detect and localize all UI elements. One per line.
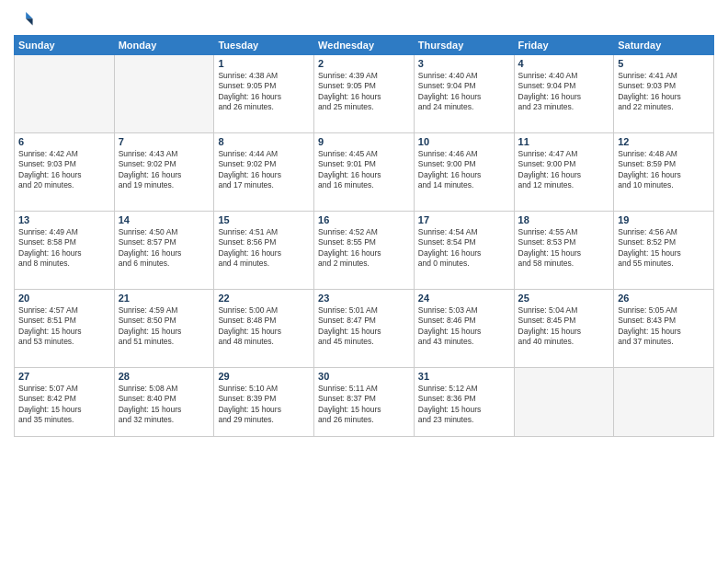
day-number: 20: [18, 293, 110, 304]
day-info: Sunrise: 4:47 AM Sunset: 9:00 PM Dayligh…: [518, 149, 610, 191]
calendar-cell: 16Sunrise: 4:52 AM Sunset: 8:55 PM Dayli…: [314, 212, 415, 290]
day-number: 14: [119, 214, 210, 225]
day-info: Sunrise: 5:08 AM Sunset: 8:40 PM Dayligh…: [119, 384, 210, 426]
calendar-cell: [114, 55, 214, 133]
day-number: 7: [119, 136, 210, 147]
calendar-header: SundayMondayTuesdayWednesdayThursdayFrid…: [15, 36, 714, 55]
day-number: 28: [119, 371, 210, 382]
calendar-cell: 6Sunrise: 4:42 AM Sunset: 9:03 PM Daylig…: [15, 133, 115, 212]
day-number: 22: [218, 293, 310, 304]
logo: [14, 9, 38, 29]
day-info: Sunrise: 5:05 AM Sunset: 8:43 PM Dayligh…: [618, 305, 710, 348]
day-info: Sunrise: 5:01 AM Sunset: 8:47 PM Dayligh…: [318, 305, 410, 348]
calendar-cell: 26Sunrise: 5:05 AM Sunset: 8:43 PM Dayli…: [614, 290, 714, 368]
day-number: 31: [418, 371, 510, 382]
day-info: Sunrise: 4:40 AM Sunset: 9:04 PM Dayligh…: [518, 71, 610, 113]
calendar-cell: 2Sunrise: 4:39 AM Sunset: 9:05 PM Daylig…: [314, 55, 415, 133]
svg-marker-0: [26, 12, 32, 18]
day-info: Sunrise: 4:59 AM Sunset: 8:50 PM Dayligh…: [119, 305, 210, 348]
calendar-cell: 13Sunrise: 4:49 AM Sunset: 8:58 PM Dayli…: [15, 212, 115, 290]
calendar-cell: 25Sunrise: 5:04 AM Sunset: 8:45 PM Dayli…: [514, 290, 614, 368]
calendar-cell: 12Sunrise: 4:48 AM Sunset: 8:59 PM Dayli…: [614, 133, 714, 212]
day-info: Sunrise: 4:51 AM Sunset: 8:56 PM Dayligh…: [218, 227, 310, 270]
calendar-cell: 7Sunrise: 4:43 AM Sunset: 9:02 PM Daylig…: [114, 133, 214, 212]
calendar-cell: 24Sunrise: 5:03 AM Sunset: 8:46 PM Dayli…: [414, 290, 514, 368]
calendar-week: 6Sunrise: 4:42 AM Sunset: 9:03 PM Daylig…: [15, 133, 714, 212]
calendar: SundayMondayTuesdayWednesdayThursdayFrid…: [14, 35, 714, 437]
day-number: 27: [18, 371, 110, 382]
day-info: Sunrise: 4:50 AM Sunset: 8:57 PM Dayligh…: [119, 227, 210, 270]
calendar-cell: 18Sunrise: 4:55 AM Sunset: 8:53 PM Dayli…: [514, 212, 614, 290]
day-number: 23: [318, 293, 410, 304]
day-info: Sunrise: 4:55 AM Sunset: 8:53 PM Dayligh…: [518, 227, 610, 270]
day-info: Sunrise: 5:10 AM Sunset: 8:39 PM Dayligh…: [218, 384, 310, 426]
day-number: 12: [618, 136, 710, 147]
weekday-header: Wednesday: [314, 36, 415, 55]
calendar-cell: 22Sunrise: 5:00 AM Sunset: 8:48 PM Dayli…: [214, 290, 314, 368]
day-info: Sunrise: 4:40 AM Sunset: 9:04 PM Dayligh…: [418, 71, 510, 113]
calendar-cell: 8Sunrise: 4:44 AM Sunset: 9:02 PM Daylig…: [214, 133, 314, 212]
weekday-row: SundayMondayTuesdayWednesdayThursdayFrid…: [15, 36, 714, 55]
day-number: 9: [318, 136, 410, 147]
day-number: 6: [18, 136, 110, 147]
calendar-cell: [15, 55, 115, 133]
day-info: Sunrise: 5:00 AM Sunset: 8:48 PM Dayligh…: [218, 305, 310, 348]
day-number: 11: [518, 136, 610, 147]
day-number: 3: [418, 58, 510, 69]
calendar-week: 20Sunrise: 4:57 AM Sunset: 8:51 PM Dayli…: [15, 290, 714, 368]
day-info: Sunrise: 4:38 AM Sunset: 9:05 PM Dayligh…: [218, 71, 310, 113]
calendar-cell: [514, 368, 614, 437]
day-number: 29: [218, 371, 310, 382]
day-number: 2: [318, 58, 410, 69]
calendar-cell: 14Sunrise: 4:50 AM Sunset: 8:57 PM Dayli…: [114, 212, 214, 290]
day-info: Sunrise: 4:39 AM Sunset: 9:05 PM Dayligh…: [318, 71, 410, 113]
day-number: 24: [418, 293, 510, 304]
day-number: 21: [119, 293, 210, 304]
weekday-header: Thursday: [414, 36, 514, 55]
day-info: Sunrise: 4:54 AM Sunset: 8:54 PM Dayligh…: [418, 227, 510, 270]
day-number: 30: [318, 371, 410, 382]
calendar-cell: 4Sunrise: 4:40 AM Sunset: 9:04 PM Daylig…: [514, 55, 614, 133]
day-number: 8: [218, 136, 310, 147]
day-number: 1: [218, 58, 310, 69]
day-info: Sunrise: 4:42 AM Sunset: 9:03 PM Dayligh…: [18, 149, 110, 191]
weekday-header: Friday: [514, 36, 614, 55]
weekday-header: Sunday: [15, 36, 115, 55]
day-info: Sunrise: 4:52 AM Sunset: 8:55 PM Dayligh…: [318, 227, 410, 270]
weekday-header: Monday: [114, 36, 214, 55]
day-number: 5: [618, 58, 710, 69]
calendar-week: 1Sunrise: 4:38 AM Sunset: 9:05 PM Daylig…: [15, 55, 714, 133]
calendar-cell: 27Sunrise: 5:07 AM Sunset: 8:42 PM Dayli…: [15, 368, 115, 437]
day-info: Sunrise: 4:56 AM Sunset: 8:52 PM Dayligh…: [618, 227, 710, 270]
day-info: Sunrise: 4:48 AM Sunset: 8:59 PM Dayligh…: [618, 149, 710, 191]
calendar-cell: 19Sunrise: 4:56 AM Sunset: 8:52 PM Dayli…: [614, 212, 714, 290]
calendar-cell: [614, 368, 714, 437]
day-info: Sunrise: 5:04 AM Sunset: 8:45 PM Dayligh…: [518, 305, 610, 348]
day-number: 26: [618, 293, 710, 304]
day-info: Sunrise: 4:57 AM Sunset: 8:51 PM Dayligh…: [18, 305, 110, 348]
day-info: Sunrise: 5:03 AM Sunset: 8:46 PM Dayligh…: [418, 305, 510, 348]
day-number: 19: [618, 214, 710, 225]
calendar-cell: 20Sunrise: 4:57 AM Sunset: 8:51 PM Dayli…: [15, 290, 115, 368]
weekday-header: Saturday: [614, 36, 714, 55]
calendar-cell: 17Sunrise: 4:54 AM Sunset: 8:54 PM Dayli…: [414, 212, 514, 290]
calendar-cell: 10Sunrise: 4:46 AM Sunset: 9:00 PM Dayli…: [414, 133, 514, 212]
calendar-cell: 30Sunrise: 5:11 AM Sunset: 8:37 PM Dayli…: [314, 368, 415, 437]
day-info: Sunrise: 5:11 AM Sunset: 8:37 PM Dayligh…: [318, 384, 410, 426]
page: SundayMondayTuesdayWednesdayThursdayFrid…: [0, 0, 728, 563]
day-info: Sunrise: 4:43 AM Sunset: 9:02 PM Dayligh…: [119, 149, 210, 191]
calendar-cell: 31Sunrise: 5:12 AM Sunset: 8:36 PM Dayli…: [414, 368, 514, 437]
day-info: Sunrise: 4:45 AM Sunset: 9:01 PM Dayligh…: [318, 149, 410, 191]
calendar-cell: 28Sunrise: 5:08 AM Sunset: 8:40 PM Dayli…: [114, 368, 214, 437]
day-number: 4: [518, 58, 610, 69]
calendar-cell: 3Sunrise: 4:40 AM Sunset: 9:04 PM Daylig…: [414, 55, 514, 133]
day-number: 25: [518, 293, 610, 304]
day-number: 16: [318, 214, 410, 225]
calendar-cell: 15Sunrise: 4:51 AM Sunset: 8:56 PM Dayli…: [214, 212, 314, 290]
calendar-cell: 21Sunrise: 4:59 AM Sunset: 8:50 PM Dayli…: [114, 290, 214, 368]
calendar-body: 1Sunrise: 4:38 AM Sunset: 9:05 PM Daylig…: [15, 55, 714, 437]
day-info: Sunrise: 5:07 AM Sunset: 8:42 PM Dayligh…: [18, 384, 110, 426]
calendar-week: 13Sunrise: 4:49 AM Sunset: 8:58 PM Dayli…: [15, 212, 714, 290]
day-number: 18: [518, 214, 610, 225]
calendar-cell: 29Sunrise: 5:10 AM Sunset: 8:39 PM Dayli…: [214, 368, 314, 437]
